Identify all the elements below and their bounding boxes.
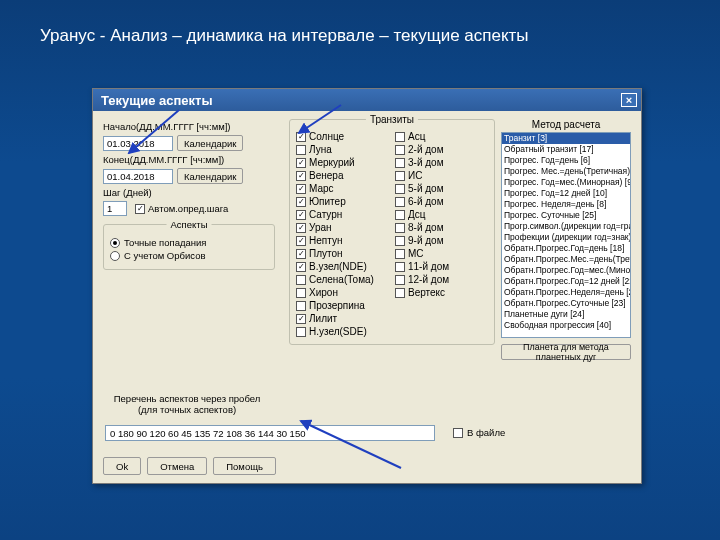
- panel-transits: Транзиты СолнцеЛунаМеркурийВенераМарсЮпи…: [289, 119, 495, 345]
- transit-checkbox[interactable]: [296, 184, 306, 194]
- transit-checkbox[interactable]: [296, 210, 306, 220]
- planet-arc-button[interactable]: Планета для метода планетных дуг: [501, 344, 631, 360]
- transit-checkbox[interactable]: [395, 158, 405, 168]
- transit-label: Меркурий: [309, 157, 355, 168]
- method-item[interactable]: Транзит [3]: [502, 133, 630, 144]
- transit-checkbox-row: 12-й дом: [395, 273, 488, 286]
- transit-checkbox[interactable]: [395, 223, 405, 233]
- method-item[interactable]: Обратн.Прогрес.Год=день [18]: [502, 243, 630, 254]
- transit-label: 9-й дом: [408, 235, 444, 246]
- transit-checkbox-row: 8-й дом: [395, 221, 488, 234]
- transit-label: Прозерпина: [309, 300, 365, 311]
- label-orbs: С учетом Орбисов: [124, 250, 205, 261]
- transit-checkbox[interactable]: [395, 184, 405, 194]
- transit-checkbox[interactable]: [395, 288, 405, 298]
- start-date-input[interactable]: [103, 136, 173, 151]
- transit-label: Лилит: [309, 313, 337, 324]
- legend-transits: Транзиты: [366, 114, 418, 125]
- method-item[interactable]: Прогрес. Год=12 дней [10]: [502, 188, 630, 199]
- method-item[interactable]: Прогр.символ.(дирекции год=град) [11]: [502, 221, 630, 232]
- transit-label: Хирон: [309, 287, 338, 298]
- radio-exact[interactable]: [110, 238, 120, 248]
- slide-title: Уранус - Анализ – динамика на интервале …: [40, 26, 529, 46]
- transit-checkbox[interactable]: [395, 275, 405, 285]
- help-button[interactable]: Помощь: [213, 457, 276, 475]
- method-item[interactable]: Прогрес. Неделя=день [8]: [502, 199, 630, 210]
- transit-checkbox[interactable]: [296, 236, 306, 246]
- step-input[interactable]: [103, 201, 127, 216]
- transit-checkbox[interactable]: [395, 197, 405, 207]
- method-item[interactable]: Обратн.Прогрес.Суточные [23]: [502, 298, 630, 309]
- transit-checkbox-row: 9-й дом: [395, 234, 488, 247]
- transit-checkbox-row: Луна: [296, 143, 389, 156]
- close-icon[interactable]: ×: [621, 93, 637, 107]
- label-method: Метод расчета: [501, 119, 631, 130]
- transit-checkbox-row: Плутон: [296, 247, 389, 260]
- method-item[interactable]: Обратн.Прогрес.Мес.=день(Третичная) [19]: [502, 254, 630, 265]
- method-item[interactable]: Прогрес. Мес.=день(Третичная) [7]: [502, 166, 630, 177]
- transit-checkbox[interactable]: [296, 223, 306, 233]
- label-end: Конец(ДД.ММ.ГГГГ [чч:мм]): [103, 154, 224, 165]
- transit-checkbox[interactable]: [296, 275, 306, 285]
- button-bar: Ok Отмена Помощь: [103, 457, 276, 475]
- transit-checkbox-row: Нептун: [296, 234, 389, 247]
- ok-button[interactable]: Ok: [103, 457, 141, 475]
- in-file-checkbox[interactable]: [453, 428, 463, 438]
- method-item[interactable]: Прогрес. Год=день [6]: [502, 155, 630, 166]
- transit-label: 8-й дом: [408, 222, 444, 233]
- calendar-start-button[interactable]: Календарик: [177, 135, 243, 151]
- end-date-input[interactable]: [103, 169, 173, 184]
- transit-checkbox[interactable]: [395, 210, 405, 220]
- transit-checkbox[interactable]: [296, 327, 306, 337]
- transit-checkbox[interactable]: [395, 249, 405, 259]
- calendar-end-button[interactable]: Календарик: [177, 168, 243, 184]
- transit-checkbox[interactable]: [296, 132, 306, 142]
- transit-checkbox[interactable]: [296, 171, 306, 181]
- transit-checkbox-row: Уран: [296, 221, 389, 234]
- transit-checkbox[interactable]: [296, 197, 306, 207]
- transit-checkbox[interactable]: [395, 145, 405, 155]
- transit-checkbox[interactable]: [296, 145, 306, 155]
- transit-checkbox-row: Сатурн: [296, 208, 389, 221]
- transit-label: 6-й дом: [408, 196, 444, 207]
- method-item[interactable]: Профекции (дирекции год=знак)[12]: [502, 232, 630, 243]
- method-item[interactable]: Обратн.Прогрес.Неделя=день [20]: [502, 287, 630, 298]
- transit-checkbox-row: МС: [395, 247, 488, 260]
- method-listbox[interactable]: Транзит [3]Обратный транзит [17]Прогрес.…: [501, 132, 631, 338]
- dialog-current-aspects: Текущие аспекты × Начало(ДД.ММ.ГГГГ [чч:…: [92, 88, 642, 484]
- transit-checkbox[interactable]: [296, 249, 306, 259]
- method-item[interactable]: Свободная прогрессия [40]: [502, 320, 630, 331]
- transit-checkbox[interactable]: [296, 262, 306, 272]
- transit-checkbox-row: Меркурий: [296, 156, 389, 169]
- transit-checkbox-row: Н.узел(SDE): [296, 325, 389, 338]
- method-item[interactable]: Прогрес. Год=мес.(Минорная) [9]: [502, 177, 630, 188]
- transit-checkbox-row: Селена(Тома): [296, 273, 389, 286]
- transit-label: ИС: [408, 170, 422, 181]
- transit-checkbox[interactable]: [395, 236, 405, 246]
- transit-label: 5-й дом: [408, 183, 444, 194]
- cancel-button[interactable]: Отмена: [147, 457, 207, 475]
- method-item[interactable]: Обратный транзит [17]: [502, 144, 630, 155]
- transit-label: 11-й дом: [408, 261, 449, 272]
- transit-checkbox[interactable]: [296, 314, 306, 324]
- transit-checkbox[interactable]: [395, 171, 405, 181]
- method-item[interactable]: Прогрес. Суточные [25]: [502, 210, 630, 221]
- transit-checkbox[interactable]: [296, 158, 306, 168]
- method-item[interactable]: Обратн.Прогрес.Год=мес.(Минорная) [21]: [502, 265, 630, 276]
- transit-checkbox[interactable]: [395, 132, 405, 142]
- transit-label: Асц: [408, 131, 425, 142]
- method-item[interactable]: Обратн.Прогрес.Год=12 дней [22]: [502, 276, 630, 287]
- transit-label: Нептун: [309, 235, 342, 246]
- method-item[interactable]: Планетные дуги [24]: [502, 309, 630, 320]
- transit-label: Дсц: [408, 209, 426, 220]
- aspect-list-input[interactable]: [105, 425, 435, 441]
- transit-checkbox[interactable]: [395, 262, 405, 272]
- transit-checkbox-row: В.узел(NDE): [296, 260, 389, 273]
- radio-orbs[interactable]: [110, 251, 120, 261]
- transit-checkbox-row: Вертекс: [395, 286, 488, 299]
- transit-checkbox[interactable]: [296, 288, 306, 298]
- transit-label: Плутон: [309, 248, 343, 259]
- transit-label: Марс: [309, 183, 334, 194]
- transit-checkbox[interactable]: [296, 301, 306, 311]
- auto-step-checkbox[interactable]: [135, 204, 145, 214]
